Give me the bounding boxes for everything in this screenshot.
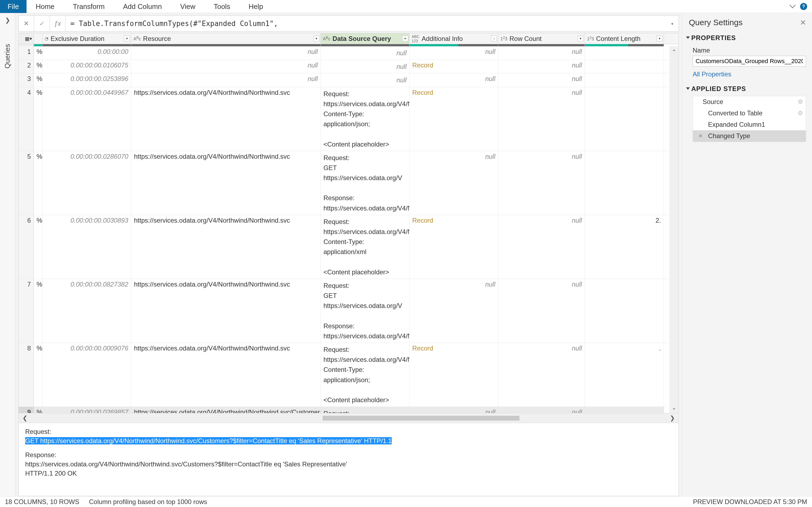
cell[interactable]: null — [321, 46, 410, 60]
cell[interactable]: % — [34, 73, 43, 87]
cell[interactable]: 0.00:00:00.0286070 — [43, 151, 131, 215]
cell[interactable] — [585, 73, 664, 87]
step-expanded-column1[interactable]: Expanded Column1 — [693, 119, 806, 130]
properties-section-header[interactable]: PROPERTIES — [685, 32, 808, 44]
cell[interactable]: null — [498, 87, 585, 151]
row-number[interactable]: 1 — [19, 46, 34, 60]
cell[interactable] — [585, 60, 664, 73]
cell[interactable]: null — [410, 407, 498, 413]
col-header-pct[interactable] — [34, 33, 43, 44]
row-number[interactable]: 9 — [19, 407, 34, 413]
filter-dropdown-icon[interactable]: ↕ — [491, 36, 497, 42]
cell[interactable]: 0.00:00:00 — [43, 46, 131, 60]
cell[interactable]: Request: GET https://services.odata.org/… — [321, 151, 410, 215]
applied-steps-header[interactable]: APPLIED STEPS — [685, 83, 808, 95]
cell[interactable]: null — [410, 151, 498, 215]
scroll-track[interactable] — [66, 416, 662, 420]
cell[interactable]: null — [498, 46, 585, 60]
cell[interactable]: % — [34, 279, 43, 343]
close-icon[interactable]: ✕ — [800, 18, 806, 27]
queries-label[interactable]: Queries — [3, 44, 12, 68]
scroll-thumb[interactable] — [323, 416, 519, 420]
cell[interactable]: null — [498, 60, 585, 73]
row-number[interactable]: 7 — [19, 279, 34, 343]
cell[interactable]: Record — [410, 87, 498, 151]
cell[interactable]: Record — [410, 215, 498, 279]
table-row[interactable]: 9%0.00:00:00.0269857https://services.oda… — [19, 407, 669, 413]
cell[interactable]: % — [34, 87, 43, 151]
table-row[interactable]: 1%0.00:00:00nullnullnullnull — [19, 46, 669, 60]
ribbon-collapse-icon[interactable] — [790, 3, 796, 9]
detail-request-line[interactable]: GET https://services.odata.org/V4/Northw… — [25, 437, 392, 444]
cell[interactable]: % — [34, 60, 43, 73]
col-header-additionalinfo[interactable]: ABC123 Additional Info ↕ — [410, 33, 498, 44]
formula-cancel-button[interactable]: ✕ — [18, 15, 34, 32]
filter-dropdown-icon[interactable]: ▾ — [657, 36, 663, 42]
cell[interactable]: 0.00:00:00.0449967 — [43, 87, 131, 151]
fx-icon[interactable]: ƒx — [50, 15, 65, 32]
ribbon-tab-view[interactable]: View — [171, 0, 205, 13]
scroll-right-icon[interactable]: ❯ — [662, 415, 679, 422]
cell[interactable]: null — [410, 73, 498, 87]
step-source[interactable]: Source ⚙ — [693, 96, 806, 108]
formula-dropdown-icon[interactable]: ▾ — [671, 21, 674, 26]
cell[interactable]: Request: https://services.odata.org/V4/N… — [321, 215, 410, 279]
cell[interactable]: % — [34, 151, 43, 215]
scroll-down-icon[interactable]: ⌄ — [672, 404, 676, 411]
step-converted-to-table[interactable]: Converted to Table ⚙ — [693, 108, 806, 119]
cell[interactable]: % — [34, 407, 43, 413]
gear-icon[interactable]: ⚙ — [798, 110, 803, 117]
cell[interactable]: https://services.odata.org/V4/Northwind/… — [131, 407, 321, 413]
cell[interactable] — [585, 407, 664, 413]
filter-dropdown-icon[interactable]: ▾ — [578, 36, 583, 42]
cell[interactable]: null — [131, 60, 321, 73]
col-header-datasourcequery[interactable]: ABc Data Source Query ▾ — [321, 33, 410, 44]
cell[interactable]: 2. — [585, 215, 664, 279]
cell[interactable]: null — [498, 73, 585, 87]
col-header-rowcount[interactable]: 123 Row Count ▾ — [498, 33, 585, 44]
col-header-resource[interactable]: ABc Resource ▾ — [131, 33, 321, 44]
queries-expand-button[interactable]: ❯ — [5, 17, 10, 24]
cell[interactable]: Record — [410, 343, 498, 406]
cell[interactable]: 0.00:00:00.0106075 — [43, 60, 131, 73]
cell[interactable] — [585, 46, 664, 60]
help-icon[interactable]: ? — [800, 3, 807, 10]
filter-dropdown-icon[interactable]: ▾ — [402, 36, 408, 42]
table-row[interactable]: 8%0.00:00:00.0009076https://services.oda… — [19, 343, 669, 407]
table-row[interactable]: 5%0.00:00:00.0286070https://services.oda… — [19, 151, 669, 215]
horizontal-scrollbar[interactable]: ❮ ❯ — [19, 413, 679, 423]
cell[interactable]: https://services.odata.org/V4/Northwind/… — [131, 151, 321, 215]
table-corner[interactable]: ▦▾ — [19, 33, 34, 44]
table-row[interactable]: 7%0.00:00:00.0827382https://services.oda… — [19, 279, 669, 343]
cell[interactable]: 0.00:00:00.0253896 — [43, 73, 131, 87]
filter-dropdown-icon[interactable]: ▾ — [313, 36, 319, 42]
cell[interactable]: Request: https://services.odata.org/V4/N… — [321, 343, 410, 406]
cell[interactable]: https://services.odata.org/V4/Northwind/… — [131, 279, 321, 343]
ribbon-tab-transform[interactable]: Transform — [64, 0, 114, 13]
table-row[interactable]: 4%0.00:00:00.0449967https://services.oda… — [19, 87, 669, 151]
row-number[interactable]: 3 — [19, 73, 34, 87]
cell[interactable]: 0.00:00:00.0009076 — [43, 343, 131, 406]
cell[interactable]: null — [498, 215, 585, 279]
cell[interactable] — [585, 87, 664, 151]
all-properties-link[interactable]: All Properties — [685, 69, 808, 83]
row-number[interactable]: 4 — [19, 87, 34, 151]
formula-input[interactable]: = Table.TransformColumnTypes(#"Expanded … — [65, 15, 679, 32]
cell[interactable]: null — [498, 151, 585, 215]
cell[interactable]: . — [585, 343, 664, 406]
cell[interactable]: null — [321, 73, 410, 87]
status-profiling[interactable]: Column profiling based on top 1000 rows — [89, 498, 207, 506]
scroll-up-icon[interactable]: ⌃ — [672, 49, 676, 55]
cell[interactable]: % — [34, 343, 43, 406]
row-number[interactable]: 2 — [19, 60, 34, 73]
cell[interactable]: Request: https://services.odata.org/V4/N… — [321, 87, 410, 151]
vertical-scrollbar[interactable]: ⌃ ⌄ — [669, 46, 679, 413]
table-row[interactable]: 2%0.00:00:00.0106075nullnullRecordnull — [19, 60, 669, 73]
cell[interactable]: null — [410, 279, 498, 343]
cell[interactable]: https://services.odata.org/V4/Northwind/… — [131, 215, 321, 279]
query-name-input[interactable] — [693, 56, 806, 67]
cell[interactable]: null — [410, 46, 498, 60]
filter-dropdown-icon[interactable]: ▾ — [124, 36, 130, 42]
gear-icon[interactable]: ⚙ — [798, 98, 803, 105]
scroll-left-icon[interactable]: ❮ — [19, 415, 66, 422]
